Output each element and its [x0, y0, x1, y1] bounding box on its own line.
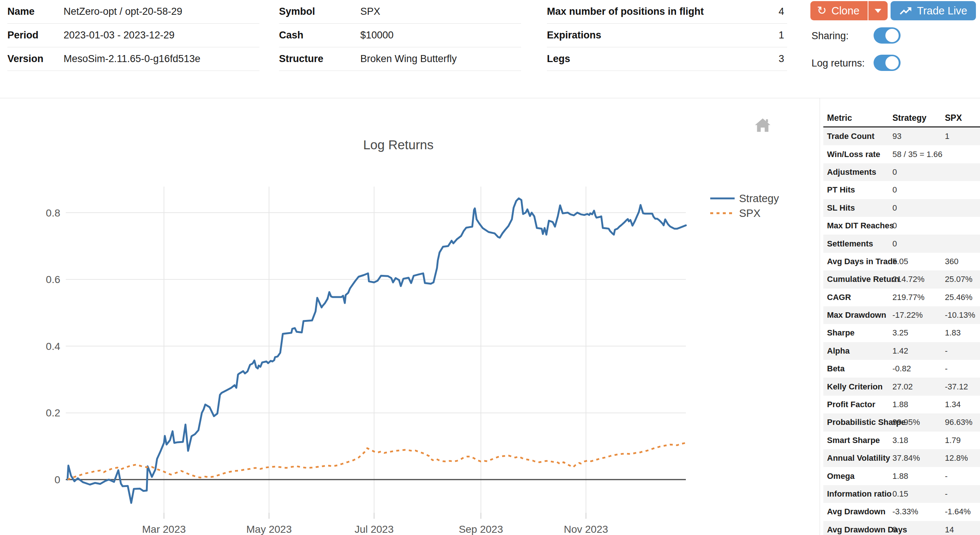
trending-up-icon — [899, 6, 912, 16]
legend-item-spx[interactable]: SPX — [710, 207, 760, 219]
x-tick-label: Sep 2023 — [458, 524, 503, 535]
metric-row: Max Drawdown-17.22%-10.13% — [823, 306, 980, 324]
info-table-name-period-version: NameNetZero-opt / opt-20-58-29Period2023… — [7, 0, 259, 71]
info-row: StructureBroken Wing Butterfly — [279, 47, 521, 71]
info-row-value: Broken Wing Butterfly — [360, 53, 457, 65]
info-row: SymbolSPX — [279, 0, 521, 24]
metrics-header-metric: Metric — [823, 113, 892, 123]
y-tick-label: 0.4 — [46, 341, 60, 352]
metric-strategy-value: 0 — [892, 203, 945, 213]
metric-spx-value: 25.46% — [945, 293, 980, 302]
metric-strategy-value: 214.72% — [892, 275, 945, 284]
metric-strategy-value: 0 — [892, 185, 945, 195]
toggle-knob — [885, 56, 899, 70]
metric-name: Alpha — [823, 346, 892, 356]
info-row-value: 1 — [779, 30, 787, 41]
info-row: Cash$10000 — [279, 24, 521, 47]
metric-row: Annual Volatility37.84%12.8% — [823, 449, 980, 467]
metric-strategy-value: 27.02 — [892, 382, 945, 392]
info-row: Period2023-01-03 - 2023-12-29 — [7, 24, 259, 47]
metric-spx-value: 1.83 — [945, 328, 980, 338]
metric-strategy-value: -3.33% — [892, 507, 945, 516]
metric-row: Smart Sharpe3.181.79 — [823, 432, 980, 449]
info-row-value: SPX — [360, 6, 380, 17]
metric-name: Adjustments — [823, 167, 892, 177]
metric-name: Smart Sharpe — [823, 436, 892, 445]
metric-strategy-value: 93 — [892, 132, 945, 141]
metric-name: Sharpe — [823, 328, 892, 338]
metric-row: Information ratio0.15- — [823, 485, 980, 503]
y-tick-label: 0 — [54, 474, 60, 486]
legend-label: Strategy — [739, 192, 779, 204]
metric-name: SL Hits — [823, 203, 892, 213]
clone-sync-icon: ↻ — [817, 5, 827, 16]
x-tick-label: May 2023 — [247, 524, 292, 535]
info-table-positions-expirations-legs: Max number of positions in flight4Expira… — [547, 0, 787, 71]
metric-row: Avg Drawdown-3.33%-1.64% — [823, 503, 980, 521]
metric-name: Avg Drawdown — [823, 507, 892, 516]
info-row-label: Max number of positions in flight — [547, 6, 704, 17]
metric-row: Max DIT Reaches0 — [823, 217, 980, 235]
info-row-label: Expirations — [547, 30, 601, 41]
log-returns-chart[interactable]: 00.20.40.60.8Mar 2023May 2023Jul 2023Sep… — [0, 98, 819, 535]
metric-row: Sharpe3.251.83 — [823, 324, 980, 342]
metric-spx-value: 1 — [945, 132, 980, 141]
metric-row: Omega1.88- — [823, 467, 980, 485]
metric-spx-value: -10.13% — [945, 310, 980, 320]
metric-strategy-value: 9 — [892, 525, 945, 535]
metric-spx-value: -1.64% — [945, 507, 980, 516]
metric-name: Probabilistic Sharpe — [823, 418, 892, 427]
metric-name: Trade Count — [823, 132, 892, 141]
y-tick-label: 0.8 — [46, 207, 60, 219]
info-row-label: Period — [7, 30, 64, 41]
sharing-toggle[interactable] — [873, 27, 900, 44]
metrics-header-row: MetricStrategySPX — [823, 110, 980, 127]
metric-spx-value: - — [945, 471, 980, 481]
metric-row: Adjustments0 — [823, 163, 980, 181]
log-returns-toggle[interactable] — [873, 55, 900, 71]
metric-strategy-value: 3.25 — [892, 328, 945, 338]
x-tick-label: Jul 2023 — [355, 524, 393, 535]
metric-spx-value: 12.8% — [945, 453, 980, 463]
metric-row: Profit Factor1.881.34 — [823, 396, 980, 413]
metric-strategy-value: 99.95% — [892, 418, 945, 427]
y-tick-label: 0.2 — [46, 407, 60, 419]
metric-strategy-value: 1.88 — [892, 471, 945, 481]
info-row: Legs3 — [547, 47, 787, 71]
info-row-value: 4 — [779, 6, 787, 17]
metric-name: Max DIT Reaches — [823, 221, 892, 230]
sharing-toggle-label: Sharing: — [811, 30, 849, 42]
metric-row: Cumulative Return214.72%25.07% — [823, 270, 980, 288]
metric-name: Annual Volatility — [823, 453, 892, 463]
legend-item-strategy[interactable]: Strategy — [710, 192, 779, 204]
legend-label: SPX — [739, 207, 760, 219]
info-row-value: $10000 — [360, 30, 393, 41]
metric-row: Avg Days in Trade5.05360 — [823, 253, 980, 270]
metric-row: CAGR219.77%25.46% — [823, 289, 980, 306]
info-table-symbol-cash-structure: SymbolSPXCash$10000StructureBroken Wing … — [279, 0, 521, 71]
trade-live-button[interactable]: Trade Live — [891, 1, 976, 20]
info-row-value: 2023-01-03 - 2023-12-29 — [64, 30, 174, 41]
metric-name: Avg Days in Trade — [823, 257, 892, 267]
x-tick-label: Nov 2023 — [564, 524, 608, 535]
backtest-results-page: { "header": { "info_left": [ {"label":"N… — [0, 0, 980, 535]
metric-row: SL Hits0 — [823, 199, 980, 217]
metric-name: CAGR — [823, 293, 892, 302]
info-row-label: Name — [7, 6, 64, 17]
metric-strategy-value: 0 — [892, 167, 945, 177]
info-row-value: MesoSim-2.11.65-0-g16fd513e — [64, 53, 200, 65]
series-line-spx — [68, 443, 686, 479]
metric-row: Trade Count931 — [823, 127, 980, 145]
clone-button[interactable]: ↻ Clone — [810, 1, 868, 20]
clone-dropdown-button[interactable] — [868, 1, 888, 20]
metric-name: Avg Drawdown Days — [823, 525, 892, 535]
metric-strategy-value: -0.82 — [892, 364, 945, 373]
x-tick-label: Mar 2023 — [142, 524, 186, 535]
info-row-value: NetZero-opt / opt-20-58-29 — [64, 6, 182, 17]
metric-spx-value: 1.34 — [945, 400, 980, 410]
chevron-down-icon — [875, 9, 881, 13]
metrics-header-spx: SPX — [945, 113, 980, 123]
log-returns-toggle-label: Log returns: — [811, 58, 865, 69]
trade-live-button-label: Trade Live — [917, 5, 967, 17]
metric-strategy-value: -17.22% — [892, 310, 945, 320]
